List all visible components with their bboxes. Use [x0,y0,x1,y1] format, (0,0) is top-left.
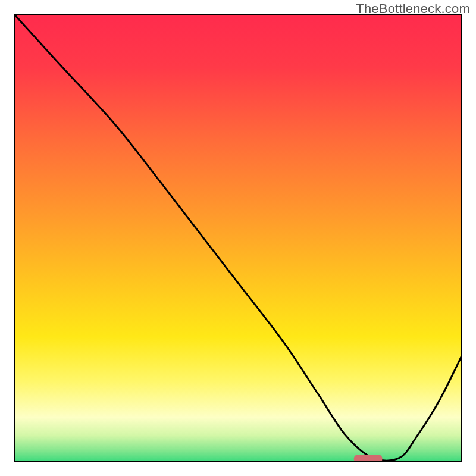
chart-svg [14,14,462,462]
watermark-text: TheBottleneck.com [356,1,470,17]
bottleneck-chart [14,14,462,462]
gradient-background [14,14,462,462]
